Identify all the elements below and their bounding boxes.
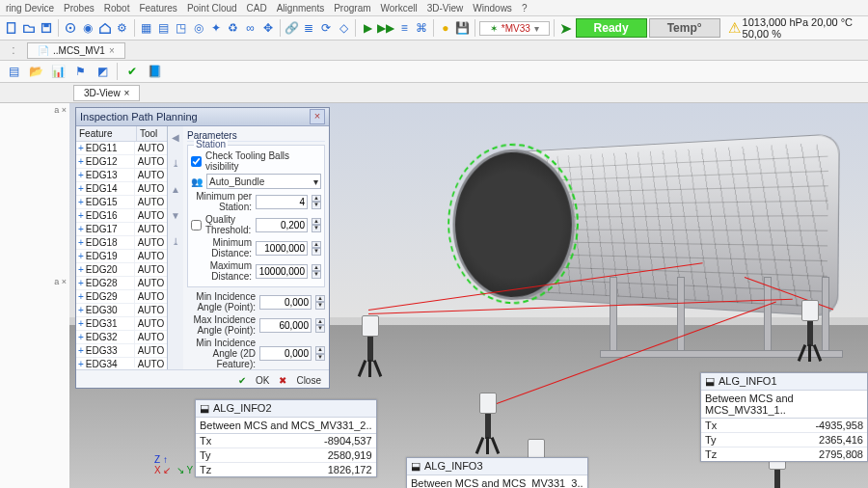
refresh-icon[interactable]: ⟳ (318, 18, 334, 38)
camera-icon[interactable]: ◩ (93, 62, 112, 81)
feature-row[interactable]: +EDG20AUTO (76, 263, 167, 277)
tree-icon[interactable]: 📂 (26, 62, 45, 81)
lbl-check-vis: Check Tooling Balls visibility (205, 150, 321, 172)
cube-icon[interactable]: ◳ (174, 18, 189, 38)
menu-item[interactable]: Workcell (381, 3, 418, 14)
mv-selector[interactable]: ✶*MV33▾ (479, 21, 550, 36)
bundle-select[interactable]: Auto_Bundle▾ (206, 174, 321, 189)
info-title: ALG_INFO2 (213, 402, 272, 415)
menu-item[interactable]: Robot (104, 3, 130, 14)
alg-info2-panel[interactable]: ⬓ALG_INFO2 Between MCS and MCS_MV331_2..… (195, 399, 377, 477)
feature-row[interactable]: +EDG14AUTO (76, 182, 167, 196)
probe-icon[interactable]: ◉ (80, 18, 95, 38)
axis-icon: ⬓ (200, 402, 209, 415)
menu-item[interactable]: CAD (247, 3, 267, 14)
feature-row[interactable]: +EDG30AUTO (76, 304, 167, 317)
feature-row[interactable]: +EDG12AUTO (76, 155, 167, 169)
wireframe-icon[interactable]: ▤ (156, 18, 172, 38)
move-left-icon[interactable]: ◀ (172, 132, 179, 143)
ring-icon[interactable]: ◎ (191, 18, 206, 38)
feature-row[interactable]: +EDG19AUTO (76, 250, 167, 263)
compass-icon[interactable]: ✥ (260, 18, 276, 38)
feature-row[interactable]: +EDG29AUTO (76, 290, 167, 304)
close-icon[interactable]: × (310, 109, 325, 124)
grid-icon[interactable]: ▦ (139, 18, 154, 38)
play-icon[interactable]: ▶ (360, 18, 375, 38)
connect-icon[interactable]: 🔗 (284, 18, 299, 38)
svg-rect-0 (8, 23, 15, 34)
feature-row[interactable]: +EDG33AUTO (76, 344, 167, 358)
min-2d-input[interactable] (259, 346, 312, 361)
feature-row[interactable]: +EDG11AUTO (76, 142, 167, 155)
feature-row[interactable]: +EDG18AUTO (76, 236, 167, 250)
min-point-input[interactable] (259, 295, 312, 310)
home-icon[interactable] (97, 18, 113, 38)
menu-item[interactable]: Point Cloud (187, 3, 237, 14)
chart-icon[interactable]: 📊 (48, 62, 68, 81)
menu-item[interactable]: Features (139, 3, 176, 14)
feature-row[interactable]: +EDG34AUTO (76, 358, 167, 367)
close-button[interactable]: Close (296, 375, 321, 386)
stack-icon[interactable]: ≣ (301, 18, 316, 38)
qt-input[interactable] (256, 218, 308, 232)
cog-icon[interactable]: ♻ (226, 18, 241, 38)
menu-item[interactable]: Probes (64, 3, 95, 14)
max-point-input[interactable] (259, 318, 312, 333)
axis-icon[interactable]: ✦ (208, 18, 224, 38)
sun-icon[interactable]: ● (438, 18, 453, 38)
move-up-icon[interactable]: ⤓ (172, 158, 179, 169)
feature-row[interactable]: +EDG31AUTO (76, 317, 167, 331)
pin-header[interactable]: a × (54, 277, 67, 286)
arrow-down-icon[interactable]: ▼ (171, 210, 180, 221)
book-icon[interactable]: 📘 (145, 62, 164, 81)
new-icon[interactable] (4, 18, 19, 38)
temp-button[interactable]: Temp° (649, 18, 720, 38)
min-per-station-input[interactable] (256, 195, 308, 209)
fastforward-icon[interactable]: ▶▶ (377, 18, 394, 38)
node-icon[interactable]: ◇ (336, 18, 351, 38)
feature-row[interactable]: +EDG16AUTO (76, 209, 167, 223)
close-icon[interactable]: × (124, 88, 130, 98)
close-icon[interactable]: × (109, 45, 115, 56)
menu-item[interactable]: ring Device (6, 3, 54, 14)
alg-info1-panel[interactable]: ⬓ALG_INFO1 Between MCS and MCS_MV331_1..… (700, 372, 868, 462)
link-icon[interactable]: ∞ (243, 18, 258, 38)
align-icon[interactable]: ≡ (396, 18, 412, 38)
min-dist-input[interactable] (256, 241, 308, 256)
feature-row[interactable]: +EDG13AUTO (76, 169, 167, 182)
menu-item[interactable]: Alignments (277, 3, 324, 14)
ok-button[interactable]: OK (256, 375, 269, 386)
qt-check[interactable] (191, 220, 202, 230)
list-icon[interactable]: ▤ (4, 62, 23, 81)
feature-row[interactable]: +EDG17AUTO (76, 223, 167, 236)
alg-info3-panel[interactable]: ⬓ALG_INFO3 Between MCS and MCS_MV331_3..… (406, 457, 588, 488)
move-bottom-icon[interactable]: ⤓ (172, 236, 179, 247)
max-dist-input[interactable] (256, 264, 308, 279)
save2-icon[interactable]: 💾 (455, 18, 471, 38)
arrow-up-icon[interactable]: ▲ (171, 184, 180, 195)
save-icon[interactable] (39, 18, 54, 38)
menu-item[interactable]: Windows (473, 3, 512, 14)
inspection-path-planning-dialog[interactable]: Inspection Path Planning × FeatureTool +… (75, 107, 330, 389)
flag-icon[interactable]: ⚑ (70, 62, 90, 81)
target-icon[interactable] (63, 18, 78, 38)
menu-item[interactable]: ? (522, 3, 528, 14)
feature-row[interactable]: +EDG15AUTO (76, 196, 167, 209)
ok-icon[interactable]: ✔ (122, 62, 142, 81)
run-icon[interactable]: ➤ (558, 18, 574, 38)
settings-icon[interactable]: ⚙ (115, 18, 130, 38)
feature-row[interactable]: +EDG32AUTO (76, 331, 167, 344)
script-icon[interactable]: ⌘ (414, 18, 429, 38)
menu-item[interactable]: Program (334, 3, 370, 14)
ready-button[interactable]: Ready (576, 18, 647, 38)
svg-point-4 (68, 27, 71, 30)
pin-header[interactable]: a × (54, 105, 67, 115)
check-tooling-visibility[interactable] (191, 156, 202, 167)
view-tab[interactable]: 3D-View × (73, 85, 140, 101)
menu-item[interactable]: 3D-View (427, 3, 464, 14)
env-readout: 1013,000 hPa 20,00 °C 50,00 % (743, 16, 864, 40)
feature-row[interactable]: +EDG28AUTO (76, 277, 167, 290)
feature-list[interactable]: FeatureTool +EDG11AUTO+EDG12AUTO+EDG13AU… (76, 126, 168, 369)
doc-tab[interactable]: 📄 ..MCS_MV1 × (27, 42, 125, 59)
open-icon[interactable] (21, 18, 37, 38)
